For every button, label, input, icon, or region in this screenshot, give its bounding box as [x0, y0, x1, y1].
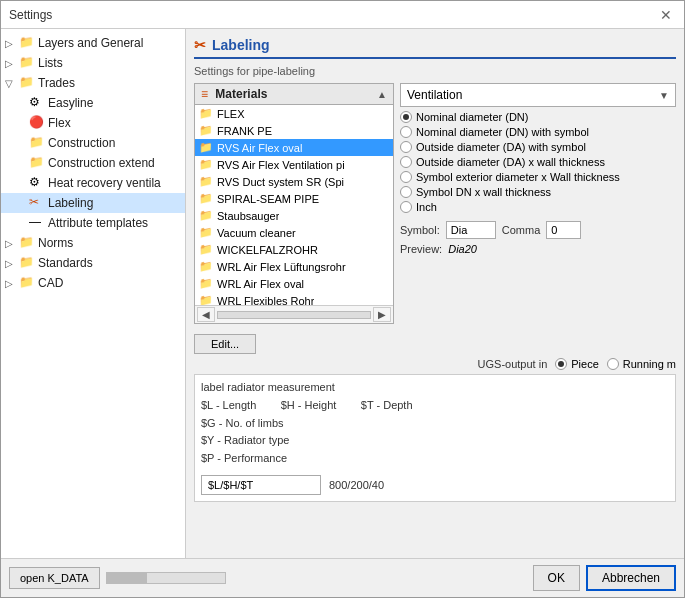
preview-label: Preview:: [400, 243, 442, 255]
ugs-running-option[interactable]: Running m: [607, 358, 676, 370]
expand-icon: ▷: [5, 38, 19, 49]
sidebar-item-trades[interactable]: ▽ 📁 Trades: [1, 73, 185, 93]
edit-btn-row: Edit...: [194, 330, 676, 354]
list-item-selected[interactable]: 📁 RVS Air Flex oval: [195, 139, 393, 156]
folder-icon: 📁: [29, 155, 45, 171]
radio-button[interactable]: [400, 201, 412, 213]
radio-button[interactable]: [400, 126, 412, 138]
main-panel: ✂ Labeling Settings for pipe-labeling ≡ …: [186, 29, 684, 558]
list-item[interactable]: 📁 RVS Air Flex Ventilation pi: [195, 156, 393, 173]
edit-button[interactable]: Edit...: [194, 334, 256, 354]
footer-buttons: OK Abbrechen: [533, 565, 676, 591]
footer-scrollbar[interactable]: [106, 572, 226, 584]
ok-button[interactable]: OK: [533, 565, 580, 591]
bottom-header: label radiator measurement: [201, 381, 669, 393]
radio-button[interactable]: [400, 111, 412, 123]
folder-icon: 📁: [199, 209, 213, 222]
list-item[interactable]: 📁 RVS Duct system SR (Spi: [195, 173, 393, 190]
sidebar-item-norms[interactable]: ▷ 📁 Norms: [1, 233, 185, 253]
radio-label: Outside diameter (DA) with symbol: [416, 141, 586, 153]
radio-sym-dn-wall[interactable]: Symbol DN x wall thickness: [400, 186, 676, 198]
sidebar-item-labeling[interactable]: ✂ Labeling: [1, 193, 185, 213]
folder-icon: 📁: [199, 158, 213, 171]
list-next-button[interactable]: ▶: [373, 307, 391, 322]
sidebar-item-lists[interactable]: ▷ 📁 Lists: [1, 53, 185, 73]
list-item[interactable]: 📁 Vacuum cleaner: [195, 224, 393, 241]
sidebar-item-flex[interactable]: 🔴 Flex: [1, 113, 185, 133]
radio-inch[interactable]: Inch: [400, 201, 676, 213]
radio-sym-exterior[interactable]: Symbol exterior diameter x Wall thicknes…: [400, 171, 676, 183]
bottom-vars: $L - Length $H - Height $T - Depth $G - …: [201, 397, 669, 467]
main-content: ▷ 📁 Layers and General ▷ 📁 Lists ▽ 📁 Tra…: [1, 29, 684, 558]
formula-input[interactable]: [201, 475, 321, 495]
sidebar-item-cad[interactable]: ▷ 📁 CAD: [1, 273, 185, 293]
list-header: ≡ Materials ▲: [195, 84, 393, 105]
radio-outside-da-sym[interactable]: Outside diameter (DA) with symbol: [400, 141, 676, 153]
sidebar-item-standards[interactable]: ▷ 📁 Standards: [1, 253, 185, 273]
sidebar-item-label: Heat recovery ventila: [48, 176, 161, 190]
window-title: Settings: [9, 8, 52, 22]
var-line-4: $P - Performance: [201, 450, 669, 468]
cancel-button[interactable]: Abbrechen: [586, 565, 676, 591]
folder-icon: 📁: [199, 226, 213, 239]
sidebar-item-layers[interactable]: ▷ 📁 Layers and General: [1, 33, 185, 53]
list-item[interactable]: 📁 WRL Air Flex oval: [195, 275, 393, 292]
ugs-piece-option[interactable]: Piece: [555, 358, 599, 370]
var-line-1: $L - Length $H - Height $T - Depth: [201, 397, 669, 415]
comma-label: Comma: [502, 224, 541, 236]
list-item[interactable]: 📁 WRL Air Flex Lüftungsrohr: [195, 258, 393, 275]
list-prev-button[interactable]: ◀: [197, 307, 215, 322]
radio-button[interactable]: [607, 358, 619, 370]
sidebar-item-heat-recovery[interactable]: ⚙ Heat recovery ventila: [1, 173, 185, 193]
right-panel: Ventilation ▼ Nominal diameter (DN) Nomi…: [400, 83, 676, 324]
radio-group: Nominal diameter (DN) Nominal diameter (…: [400, 111, 676, 213]
ventilation-dropdown[interactable]: Ventilation ▼: [400, 83, 676, 107]
radio-nominal-dn-sym[interactable]: Nominal diameter (DN) with symbol: [400, 126, 676, 138]
folder-icon: 📁: [19, 235, 35, 251]
folder-icon: 📁: [199, 124, 213, 137]
sidebar-item-construction[interactable]: 📁 Construction: [1, 133, 185, 153]
panel-title: ✂ Labeling: [194, 37, 676, 59]
list-navigation: ◀ ▶: [195, 305, 393, 323]
sidebar-item-label: CAD: [38, 276, 63, 290]
sidebar-item-attribute-tpl[interactable]: — Attribute templates: [1, 213, 185, 233]
list-item[interactable]: 📁 Staubsauger: [195, 207, 393, 224]
folder-icon: 📁: [199, 175, 213, 188]
attribute-icon: —: [29, 215, 45, 231]
materials-header: ≡ Materials: [201, 87, 267, 101]
list-item[interactable]: 📁 SPIRAL-SEAM PIPE: [195, 190, 393, 207]
close-button[interactable]: ✕: [656, 7, 676, 23]
formula-row: 800/200/40: [201, 475, 669, 495]
radio-nominal-dn[interactable]: Nominal diameter (DN): [400, 111, 676, 123]
sidebar: ▷ 📁 Layers and General ▷ 📁 Lists ▽ 📁 Tra…: [1, 29, 186, 558]
sidebar-item-construction-ext[interactable]: 📁 Construction extend: [1, 153, 185, 173]
materials-list-body[interactable]: 📁 FLEX 📁 FRANK PE 📁 RVS Air Flex oval: [195, 105, 393, 305]
bottom-section: label radiator measurement $L - Length $…: [194, 374, 676, 502]
radio-button[interactable]: [400, 171, 412, 183]
panel-title-icon: ✂: [194, 37, 206, 53]
radio-button[interactable]: [400, 141, 412, 153]
list-item[interactable]: 📁 WICKELFALZROHR: [195, 241, 393, 258]
sidebar-item-easyline[interactable]: ⚙ Easyline: [1, 93, 185, 113]
preview-row: Preview: Dia20: [400, 243, 676, 255]
symbol-label: Symbol:: [400, 224, 440, 236]
settings-window: Settings ✕ ▷ 📁 Layers and General ▷ 📁 Li…: [0, 0, 685, 598]
list-item[interactable]: 📁 FLEX: [195, 105, 393, 122]
open-k-data-button[interactable]: open K_DATA: [9, 567, 100, 589]
list-item[interactable]: 📁 FRANK PE: [195, 122, 393, 139]
radio-button[interactable]: [400, 186, 412, 198]
preview-value: Dia20: [448, 243, 477, 255]
folder-icon: 📁: [199, 107, 213, 120]
radio-outside-da-wall[interactable]: Outside diameter (DA) x wall thickness: [400, 156, 676, 168]
top-section: ≡ Materials ▲ 📁 FLEX 📁 FRANK PE: [194, 83, 676, 324]
radio-label: Outside diameter (DA) x wall thickness: [416, 156, 605, 168]
comma-input[interactable]: [546, 221, 581, 239]
radio-button[interactable]: [400, 156, 412, 168]
radio-button[interactable]: [555, 358, 567, 370]
symbol-input[interactable]: [446, 221, 496, 239]
list-item[interactable]: 📁 WRL Flexibles Rohr: [195, 292, 393, 305]
settings-for-label: Settings for pipe-labeling: [194, 65, 676, 77]
list-scrollbar[interactable]: [217, 311, 371, 319]
ugs-row: UGS-output in Piece Running m: [194, 358, 676, 370]
symbol-row: Symbol: Comma: [400, 221, 676, 239]
